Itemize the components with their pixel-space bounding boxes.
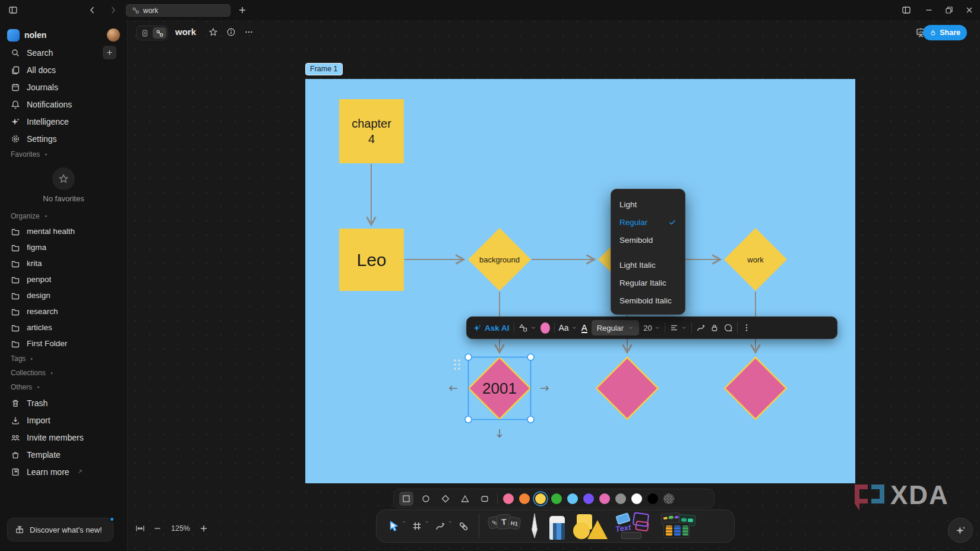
edgeless-mode-button[interactable] [153,27,166,39]
text-align-button[interactable] [669,323,687,332]
shape-tool[interactable] [573,512,608,540]
text-color-button[interactable]: A [581,323,587,333]
window-minimize-button[interactable] [924,5,934,15]
new-doc-button[interactable] [103,46,116,59]
ai-floating-button[interactable] [948,518,973,543]
folder-design[interactable]: design [7,287,120,303]
shape-square-chapter4[interactable]: chapter4 [339,99,404,163]
doc-more-button[interactable] [244,27,254,37]
divider [514,322,514,333]
share-button[interactable]: Share [923,25,967,40]
color-swatch-rose[interactable] [503,493,514,504]
color-swatch-pink[interactable] [599,493,610,504]
color-swatch-violet[interactable] [583,493,594,504]
zoom-level[interactable]: 125% [170,524,191,533]
sidebar-item-learn-more[interactable]: Learn more [7,463,120,480]
edgeless-canvas[interactable] [0,0,980,551]
more-button[interactable] [742,323,751,332]
folder-articles[interactable]: articles [7,319,120,335]
template-tool[interactable] [659,512,697,540]
switch-shape-button[interactable] [519,323,536,332]
sidebar-item-notifications[interactable]: Notifications [7,96,120,113]
section-collections[interactable]: Collections [7,366,120,380]
shape-triangle-tool[interactable] [458,492,472,506]
sidebar-item-all-docs[interactable]: All docs [7,61,120,78]
color-swatch-pattern[interactable] [663,493,674,504]
nav-back-button[interactable] [88,5,97,15]
menu-item-regular[interactable]: Regular [611,213,685,231]
doc-info-button[interactable] [226,27,236,37]
menu-item-light-italic[interactable]: Light Italic [611,256,685,274]
ask-ai-button[interactable]: Ask AI [473,324,510,332]
menu-item-regular-italic[interactable]: Regular Italic [611,274,685,292]
window-close-button[interactable] [965,5,974,15]
window-restore-button[interactable] [944,5,954,15]
folder-krita[interactable]: krita [7,255,120,271]
folder-first-folder[interactable]: First Folder [7,335,120,352]
select-tool[interactable] [386,518,402,534]
eraser-tool[interactable] [549,512,565,540]
color-swatch-yellow-selected[interactable] [535,493,546,504]
tab-work[interactable]: work [126,4,230,17]
folder-penpot[interactable]: penpot [7,271,120,287]
font-weight-dropdown[interactable]: Regular [592,320,640,335]
fit-to-screen-icon[interactable] [135,524,145,533]
favorite-doc-button[interactable] [208,27,218,37]
new-tab-button[interactable] [238,5,247,15]
color-swatch-white[interactable] [631,493,642,504]
note-tool[interactable]: T H1 [487,512,520,540]
draw-connector-button[interactable] [696,323,706,332]
sidebar-item-intelligence[interactable]: Intelligence [7,113,120,130]
shape-ellipse-tool[interactable] [419,492,433,506]
color-swatch-gray[interactable] [615,493,626,504]
shape-square-tool[interactable] [399,492,413,506]
sidebar-item-invite-members[interactable]: Invite members [7,429,120,446]
fill-color-swatch[interactable] [540,322,550,334]
menu-item-semibold[interactable]: Semibold [611,231,685,249]
sidebar-item-trash[interactable]: Trash [7,394,120,411]
comment-button[interactable] [723,323,733,332]
sidebar-item-template[interactable]: Template [7,446,120,463]
workspace-selector[interactable]: nolen [7,26,120,44]
shape-rounded-tool[interactable] [478,492,492,506]
whats-new-card[interactable]: Discover what's new! [7,518,113,542]
doc-title[interactable]: work [175,27,196,37]
color-swatch-blue[interactable] [567,493,578,504]
shapes-icon [573,512,608,540]
media-sticker-tool[interactable]: Text [615,512,651,540]
zoom-in-icon[interactable] [199,524,208,533]
folder-figma[interactable]: figma [7,239,120,255]
folder-research[interactable]: research [7,303,120,319]
font-size-dropdown[interactable]: 20 [643,324,660,332]
zoom-out-icon[interactable] [153,524,162,533]
frame-tool[interactable] [409,518,425,534]
right-panel-toggle-button[interactable] [902,5,911,15]
folder-mental-health[interactable]: mental health [7,223,120,239]
connector-tool[interactable] [432,518,448,534]
sidebar-item-journals[interactable]: Journals [7,78,120,96]
lock-button[interactable] [710,323,719,332]
sidebar-item-search[interactable]: Search [7,44,120,61]
pen-tool[interactable] [528,512,541,540]
sidebar-toggle-button[interactable] [8,5,18,15]
section-others[interactable]: Others [7,380,120,394]
stickers-icon: Text [615,512,651,540]
frame-label[interactable]: Frame 1 [305,63,343,75]
menu-item-semibold-italic[interactable]: Semibold Italic [611,292,685,309]
page-mode-button[interactable] [138,27,151,39]
color-swatch-black[interactable] [647,493,658,504]
link-tool[interactable] [456,518,471,534]
nav-forward-button[interactable] [108,5,118,15]
section-tags[interactable]: Tags [7,352,120,366]
sidebar-item-import[interactable]: Import [7,411,120,429]
menu-item-light[interactable]: Light [611,195,685,213]
section-organize[interactable]: Organize [7,209,120,223]
shape-diamond-tool[interactable] [438,492,453,506]
color-swatch-green[interactable] [551,493,562,504]
shape-square-leo[interactable]: Leo [339,229,404,291]
color-swatch-orange[interactable] [519,493,530,504]
font-family-button[interactable]: Aa [559,323,577,332]
sidebar-item-settings[interactable]: Settings [7,130,120,147]
section-favorites[interactable]: Favorites [7,147,120,162]
avatar[interactable] [107,28,120,42]
